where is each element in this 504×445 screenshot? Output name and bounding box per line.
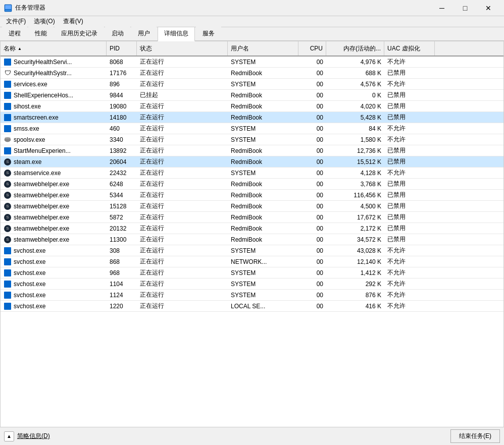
tab-performance[interactable]: 性能 bbox=[28, 27, 54, 40]
cell-uac: 不允许 bbox=[384, 267, 435, 279]
tab-processes[interactable]: 进程 bbox=[2, 27, 27, 40]
table-row[interactable]: S steamwebhelper.exe 5344 正在运行 RedmiBook… bbox=[1, 190, 503, 201]
cell-uac: 不允许 bbox=[384, 279, 435, 290]
cell-pid: 896 bbox=[107, 79, 137, 90]
close-button[interactable]: ✕ bbox=[477, 0, 500, 16]
table-row[interactable]: svchost.exe 868 正在运行 NETWORK... 00 12,14… bbox=[1, 256, 503, 267]
cell-pid: 1104 bbox=[107, 279, 137, 290]
cell-memory: 43,028 K bbox=[326, 245, 384, 256]
cell-pid: 13892 bbox=[107, 145, 137, 156]
col-header-user[interactable]: 用户名 bbox=[228, 41, 298, 55]
collapse-label[interactable]: 简略信息(D) bbox=[17, 432, 50, 440]
table-row[interactable]: svchost.exe 968 正在运行 SYSTEM 00 1,412 K 不… bbox=[1, 267, 503, 279]
steam-icon: S bbox=[4, 180, 12, 188]
cell-memory: 4,576 K bbox=[326, 79, 384, 90]
cell-memory: 1,412 K bbox=[326, 267, 384, 279]
cell-cpu: 00 bbox=[298, 134, 326, 145]
cell-memory: 876 K bbox=[326, 290, 384, 301]
menu-view[interactable]: 查看(V) bbox=[59, 16, 87, 27]
tab-startup[interactable]: 启动 bbox=[105, 27, 130, 40]
table-header: 名称 ▲ PID 状态 用户名 CPU 内存(活动的... UAC 虚拟化 bbox=[1, 41, 503, 57]
shield-icon: 🛡 bbox=[4, 69, 12, 77]
tab-users[interactable]: 用户 bbox=[131, 27, 157, 40]
cell-memory: 4,128 K bbox=[326, 168, 384, 179]
table-row[interactable]: ShellExperienceHos... 9844 已挂起 RedmiBook… bbox=[1, 90, 503, 101]
minimize-button[interactable]: ─ bbox=[430, 0, 453, 16]
cell-pid: 308 bbox=[107, 245, 137, 256]
cell-cpu: 00 bbox=[298, 234, 326, 245]
table-row[interactable]: spoolsv.exe 3340 正在运行 SYSTEM 00 1,580 K … bbox=[1, 134, 503, 145]
col-header-memory[interactable]: 内存(活动的... bbox=[326, 41, 384, 55]
table-row[interactable]: svchost.exe 308 正在运行 SYSTEM 00 43,028 K … bbox=[1, 245, 503, 256]
table-row[interactable]: S steam.exe 20604 正在运行 RedmiBook 00 15,5… bbox=[1, 156, 503, 168]
maximize-button[interactable]: □ bbox=[453, 0, 477, 16]
tab-services[interactable]: 服务 bbox=[196, 27, 221, 40]
cell-memory: 416 K bbox=[326, 301, 384, 312]
cell-user: NETWORK... bbox=[228, 256, 298, 267]
table-row[interactable]: sihost.exe 19080 正在运行 RedmiBook 00 4,020… bbox=[1, 101, 503, 112]
table-row[interactable]: S steamservice.exe 22432 正在运行 SYSTEM 00 … bbox=[1, 168, 503, 179]
table-row[interactable]: S steamwebhelper.exe 5872 正在运行 RedmiBook… bbox=[1, 212, 503, 223]
table-row[interactable]: smartscreen.exe 14180 正在运行 RedmiBook 00 … bbox=[1, 112, 503, 123]
cell-uac: 不允许 bbox=[384, 123, 435, 134]
cell-memory: 5,428 K bbox=[326, 112, 384, 123]
cell-name: smss.exe bbox=[1, 123, 107, 134]
cell-name: svchost.exe bbox=[1, 256, 107, 267]
cell-status: 正在运行 bbox=[137, 156, 228, 168]
cell-status: 正在运行 bbox=[137, 212, 228, 223]
end-task-button[interactable]: 结束任务(E) bbox=[450, 429, 500, 443]
cell-cpu: 00 bbox=[298, 145, 326, 156]
table-row[interactable]: svchost.exe 1104 正在运行 SYSTEM 00 292 K 不允… bbox=[1, 279, 503, 290]
cell-user: SYSTEM bbox=[228, 123, 298, 134]
col-header-cpu[interactable]: CPU bbox=[298, 41, 326, 55]
cell-pid: 20604 bbox=[107, 156, 137, 168]
tab-details[interactable]: 详细信息 bbox=[158, 27, 195, 41]
spool-icon bbox=[4, 136, 12, 144]
cell-pid: 8068 bbox=[107, 57, 137, 68]
cell-memory: 292 K bbox=[326, 279, 384, 290]
cell-status: 正在运行 bbox=[137, 245, 228, 256]
table-row[interactable]: S steamwebhelper.exe 6248 正在运行 RedmiBook… bbox=[1, 179, 503, 190]
col-header-name[interactable]: 名称 ▲ bbox=[1, 41, 107, 55]
table-row[interactable]: svchost.exe 1220 正在运行 LOCAL SE... 00 416… bbox=[1, 301, 503, 312]
cell-user: SYSTEM bbox=[228, 245, 298, 256]
tab-app-history[interactable]: 应用历史记录 bbox=[55, 27, 104, 40]
col-header-status[interactable]: 状态 bbox=[137, 41, 228, 55]
svg-rect-1 bbox=[5, 5, 11, 9]
cell-name: sihost.exe bbox=[1, 101, 107, 112]
table-row[interactable]: StartMenuExperien... 13892 正在运行 RedmiBoo… bbox=[1, 145, 503, 156]
col-header-uac[interactable]: UAC 虚拟化 bbox=[384, 41, 435, 55]
cell-status: 正在运行 bbox=[137, 256, 228, 267]
col-header-pid[interactable]: PID bbox=[107, 41, 137, 55]
table-row[interactable]: S steamwebhelper.exe 11300 正在运行 RedmiBoo… bbox=[1, 234, 503, 245]
menu-file[interactable]: 文件(F) bbox=[2, 16, 30, 27]
cell-name: S steamwebhelper.exe bbox=[1, 212, 107, 223]
cell-user: LOCAL SE... bbox=[228, 301, 298, 312]
cell-pid: 868 bbox=[107, 256, 137, 267]
status-bar: ▲ 简略信息(D) 结束任务(E) bbox=[0, 427, 504, 445]
cell-uac: 已禁用 bbox=[384, 145, 435, 156]
menu-options[interactable]: 选项(O) bbox=[30, 16, 59, 27]
table-row[interactable]: S steamwebhelper.exe 15128 正在运行 RedmiBoo… bbox=[1, 201, 503, 212]
process-icon bbox=[4, 147, 12, 155]
table-row[interactable]: svchost.exe 1124 正在运行 SYSTEM 00 876 K 不允… bbox=[1, 290, 503, 301]
table-row[interactable]: smss.exe 460 正在运行 SYSTEM 00 84 K 不允许 bbox=[1, 123, 503, 134]
cell-memory: 34,572 K bbox=[326, 234, 384, 245]
table-row[interactable]: S steamwebhelper.exe 20132 正在运行 RedmiBoo… bbox=[1, 223, 503, 234]
table-row[interactable]: SecurityHealthServi... 8068 正在运行 SYSTEM … bbox=[1, 57, 503, 68]
cell-user: RedmiBook bbox=[228, 179, 298, 190]
cell-cpu: 00 bbox=[298, 256, 326, 267]
cell-status: 正在运行 bbox=[137, 68, 228, 79]
cell-user: RedmiBook bbox=[228, 190, 298, 201]
cell-cpu: 00 bbox=[298, 112, 326, 123]
cell-memory: 0 K bbox=[326, 90, 384, 101]
table-body[interactable]: SecurityHealthServi... 8068 正在运行 SYSTEM … bbox=[1, 57, 503, 427]
cell-uac: 不允许 bbox=[384, 301, 435, 312]
table-row[interactable]: services.exe 896 正在运行 SYSTEM 00 4,576 K … bbox=[1, 79, 503, 90]
table-row[interactable]: 🛡 SecurityHealthSystr... 17176 正在运行 Redm… bbox=[1, 68, 503, 79]
collapse-arrow[interactable]: ▲ bbox=[4, 431, 14, 441]
cell-name: svchost.exe bbox=[1, 279, 107, 290]
cell-uac: 已禁用 bbox=[384, 68, 435, 79]
cell-name: S steamservice.exe bbox=[1, 168, 107, 179]
cell-cpu: 00 bbox=[298, 245, 326, 256]
